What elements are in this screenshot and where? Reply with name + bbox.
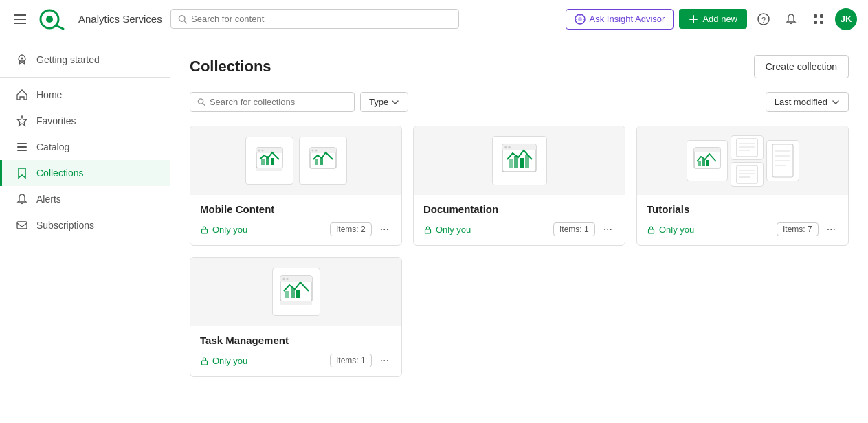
card-meta-documentation: Items: 1 ··· xyxy=(553,222,615,237)
card-meta-tutorials: Items: 7 ··· xyxy=(777,222,838,237)
more-options-mobile-content[interactable]: ··· xyxy=(377,222,392,237)
svg-rect-45 xyxy=(425,229,431,233)
preview-icon-tutorials-doc3 xyxy=(766,140,799,181)
insight-icon xyxy=(575,14,586,25)
last-modified-chevron-icon xyxy=(832,98,840,106)
sidebar-item-favorites-label: Favorites xyxy=(36,115,76,126)
global-search-input[interactable] xyxy=(191,14,452,24)
collection-card-mobile-content[interactable]: Mobile Content Only you Items: 2 ··· xyxy=(190,126,402,246)
insight-advisor-button[interactable]: Ask Insight Advisor xyxy=(566,9,674,30)
apps-button[interactable] xyxy=(808,8,830,30)
preview-icon-task-management xyxy=(272,268,320,316)
sidebar: Getting started Home Favorites Catalog xyxy=(0,38,170,423)
svg-rect-16 xyxy=(17,143,27,144)
svg-rect-44 xyxy=(525,155,529,168)
preview-icon-1 xyxy=(245,137,293,185)
svg-line-4 xyxy=(184,21,186,23)
card-preview-tutorials xyxy=(637,126,848,195)
collection-card-documentation[interactable]: Documentation Only you Items: 1 ··· xyxy=(413,126,625,246)
svg-rect-47 xyxy=(694,148,720,152)
card-owner-mobile-content: Only you xyxy=(200,225,247,235)
svg-point-33 xyxy=(315,150,317,152)
lock-icon-doc xyxy=(423,225,432,234)
card-body-tutorials: Tutorials Only you Items: 7 ··· xyxy=(637,195,848,245)
last-modified-button[interactable]: Last modified xyxy=(766,92,849,112)
notifications-button[interactable] xyxy=(780,8,802,30)
items-badge-tutorials: Items: 7 xyxy=(777,222,819,236)
sidebar-item-catalog[interactable]: Catalog xyxy=(0,134,170,160)
type-filter-button[interactable]: Type xyxy=(360,92,408,112)
chevron-down-icon xyxy=(391,98,399,106)
content-area: Collections Create collection Type xyxy=(170,38,868,423)
home-icon xyxy=(16,89,28,101)
sidebar-item-collections[interactable]: Collections xyxy=(0,160,170,186)
card-preview-documentation xyxy=(414,126,625,195)
help-icon: ? xyxy=(757,13,770,25)
lock-icon-tutorials xyxy=(647,225,656,234)
card-name-tutorials: Tutorials xyxy=(647,203,838,215)
filters-row: Type Last modified xyxy=(190,92,849,112)
card-name-documentation: Documentation xyxy=(423,203,615,215)
svg-point-67 xyxy=(282,278,285,281)
svg-rect-55 xyxy=(737,165,757,183)
mail-icon xyxy=(16,219,28,231)
items-badge-task-management: Items: 1 xyxy=(330,354,372,367)
svg-point-24 xyxy=(258,150,260,152)
more-options-documentation[interactable]: ··· xyxy=(601,222,615,237)
qlik-logo xyxy=(37,8,67,30)
plus-icon xyxy=(689,14,698,24)
page-title: Collections xyxy=(190,58,271,76)
sidebar-item-getting-started-label: Getting started xyxy=(36,54,100,65)
svg-point-40 xyxy=(508,146,511,148)
hamburger-menu[interactable] xyxy=(11,12,29,27)
collections-search-input[interactable] xyxy=(210,97,347,107)
alert-bell-icon xyxy=(16,193,28,205)
card-name-mobile-content: Mobile Content xyxy=(200,203,392,215)
add-new-button[interactable]: Add new xyxy=(679,9,747,29)
search-icon xyxy=(178,14,187,24)
svg-rect-13 xyxy=(814,21,817,24)
create-collection-button[interactable]: Create collection xyxy=(754,55,849,78)
card-preview-task-management xyxy=(190,258,401,326)
lock-icon-task xyxy=(200,356,209,365)
collection-card-tutorials[interactable]: Tutorials Only you Items: 7 ··· xyxy=(636,126,849,246)
svg-rect-48 xyxy=(698,161,701,166)
bell-icon xyxy=(785,13,797,25)
sidebar-item-favorites[interactable]: Favorites xyxy=(0,108,170,134)
svg-text:?: ? xyxy=(761,15,766,23)
svg-rect-18 xyxy=(17,150,27,151)
svg-rect-23 xyxy=(256,148,282,153)
sidebar-item-subscriptions[interactable]: Subscriptions xyxy=(0,212,170,238)
global-search-bar[interactable] xyxy=(170,9,459,29)
items-badge-documentation: Items: 1 xyxy=(553,222,595,236)
avatar[interactable]: JK xyxy=(835,8,857,30)
help-button[interactable]: ? xyxy=(753,8,775,30)
filter-left: Type xyxy=(190,92,408,112)
svg-point-25 xyxy=(261,150,263,152)
catalog-icon xyxy=(16,141,28,153)
items-badge-mobile-content: Items: 2 xyxy=(330,222,372,236)
card-body-task-management: Task Management Only you Items: 1 ··· xyxy=(190,326,401,376)
svg-rect-14 xyxy=(820,21,823,24)
svg-point-68 xyxy=(286,278,289,281)
sidebar-item-collections-label: Collections xyxy=(36,168,83,179)
preview-icon-documentation xyxy=(492,136,547,185)
collections-search-bar[interactable] xyxy=(190,92,355,112)
more-options-tutorials[interactable]: ··· xyxy=(824,222,838,237)
card-footer-tutorials: Only you Items: 7 ··· xyxy=(647,222,838,237)
svg-rect-12 xyxy=(820,14,823,18)
sidebar-item-getting-started[interactable]: Getting started xyxy=(0,47,170,73)
main-layout: Getting started Home Favorites Catalog xyxy=(0,38,868,423)
collection-card-task-management[interactable]: Task Management Only you Items: 1 ··· xyxy=(190,257,402,377)
sidebar-item-home-label: Home xyxy=(36,89,62,100)
sidebar-item-alerts[interactable]: Alerts xyxy=(0,186,170,212)
svg-rect-66 xyxy=(280,276,312,282)
more-options-task-management[interactable]: ··· xyxy=(377,353,392,368)
card-footer-task-management: Only you Items: 1 ··· xyxy=(200,353,392,368)
svg-rect-73 xyxy=(202,361,208,365)
svg-point-1 xyxy=(46,16,53,23)
preview-icon-tutorials-chart xyxy=(687,140,728,181)
card-footer-mobile-content: Only you Items: 2 ··· xyxy=(200,222,392,237)
card-meta-mobile-content: Items: 2 ··· xyxy=(330,222,392,237)
sidebar-item-home[interactable]: Home xyxy=(0,82,170,108)
